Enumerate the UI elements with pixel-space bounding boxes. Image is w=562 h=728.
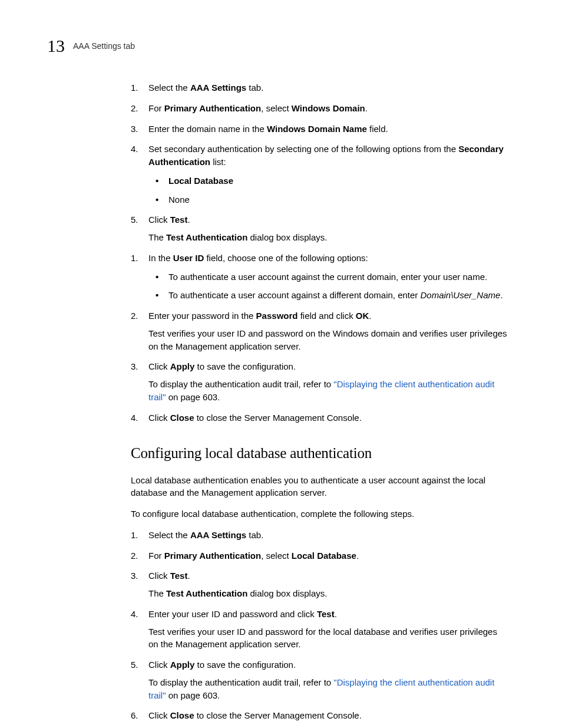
- page-content: 1. Select the AAA Settings tab. 2. For P…: [131, 81, 509, 728]
- step-number: 3.: [131, 360, 138, 373]
- step-number: 1.: [131, 529, 138, 542]
- step: 2. For Primary Authentication, select Lo…: [131, 549, 509, 562]
- bold-text: Windows Domain Name: [267, 124, 367, 134]
- text: to save the configuration.: [194, 361, 296, 371]
- bold-text: Primary Authentication: [164, 103, 261, 113]
- text: on page 603.: [166, 392, 220, 402]
- bullet-item: To authenticate a user account against a…: [148, 289, 509, 302]
- text: For: [148, 551, 164, 561]
- step-number: 4.: [131, 608, 138, 621]
- text: , select: [261, 551, 292, 561]
- text: In the: [148, 253, 173, 263]
- step: 2. For Primary Authentication, select Wi…: [131, 102, 509, 115]
- text: dialog box displays.: [247, 588, 327, 598]
- bold-text: Test: [170, 571, 188, 581]
- step: 4. Enter your user ID and password and c…: [131, 608, 509, 651]
- step: 3. Click Test. The Test Authentication d…: [131, 569, 509, 600]
- bold-text: Local Database: [168, 176, 233, 186]
- paragraph: Local database authentication enables yo…: [131, 474, 509, 500]
- step-number: 2.: [131, 549, 138, 562]
- bold-text: Windows Domain: [292, 103, 365, 113]
- text: To authenticate a user account against t…: [168, 272, 487, 282]
- text: tab.: [246, 530, 263, 540]
- running-title: AAA Settings tab: [73, 40, 135, 52]
- step-number: 5.: [131, 658, 138, 671]
- step: 3. Click Apply to save the configuration…: [131, 360, 509, 403]
- text: .: [365, 103, 368, 113]
- step-number: 5.: [131, 213, 138, 226]
- text: Enter the domain name in the: [148, 124, 267, 134]
- bullet-item: Local Database: [148, 174, 509, 187]
- text: Select the: [148, 83, 190, 93]
- step: 5. Click Test. The Test Authentication d…: [131, 213, 509, 244]
- section-heading: Configuring local database authenticatio…: [131, 443, 509, 464]
- text: on page 603.: [166, 690, 220, 700]
- bold-text: Apply: [170, 361, 195, 371]
- bold-text: Test Authentication: [166, 232, 247, 242]
- text: The: [148, 588, 166, 598]
- bullet-list: Local Database None: [148, 174, 509, 206]
- step-result: The Test Authentication dialog box displ…: [148, 231, 509, 244]
- text: The: [148, 232, 166, 242]
- step: 1. In the User ID field, choose one of t…: [131, 252, 509, 302]
- step-number: 1.: [131, 81, 138, 94]
- text: dialog box displays.: [247, 232, 327, 242]
- text: field.: [367, 124, 388, 134]
- text: Click: [148, 215, 170, 225]
- bold-text: Primary Authentication: [164, 551, 261, 561]
- step-number: 2.: [131, 309, 138, 322]
- step: 4. Click Close to close the Server Manag…: [131, 411, 509, 424]
- step-number: 3.: [131, 569, 138, 582]
- text: .: [500, 290, 503, 300]
- text: None: [168, 195, 190, 205]
- step-number: 1.: [131, 252, 138, 265]
- bullet-item: To authenticate a user account against t…: [148, 271, 509, 284]
- text: Click: [148, 660, 170, 670]
- step-number: 3.: [131, 123, 138, 136]
- text: .: [335, 609, 337, 619]
- bold-text: OK: [356, 311, 369, 321]
- bold-text: Close: [170, 413, 194, 423]
- bold-text: User ID: [173, 253, 204, 263]
- bold-text: AAA Settings: [190, 83, 246, 93]
- text: .: [369, 311, 371, 321]
- bold-text: Password: [256, 311, 298, 321]
- step: 1. Select the AAA Settings tab.: [131, 81, 509, 94]
- step-number: 2.: [131, 102, 138, 115]
- step: 6. Click Close to close the Server Manag…: [131, 709, 509, 722]
- text: Click: [148, 710, 170, 720]
- step: 4. Set secondary authentication by selec…: [131, 143, 509, 206]
- text: To display the authentication audit trai…: [148, 379, 333, 389]
- procedure-list-b: 1. In the User ID field, choose one of t…: [131, 252, 509, 424]
- step-result: To display the authentication audit trai…: [148, 378, 509, 404]
- text: Set secondary authentication by selectin…: [148, 144, 458, 154]
- text: field, choose one of the following optio…: [204, 253, 368, 263]
- step: 1. Select the AAA Settings tab.: [131, 529, 509, 542]
- bullet-item: None: [148, 193, 509, 206]
- text: .: [187, 215, 190, 225]
- bold-text: Apply: [170, 660, 195, 670]
- step: 5. Click Apply to save the configuration…: [131, 658, 509, 701]
- procedure-list-a: 1. Select the AAA Settings tab. 2. For P…: [131, 81, 509, 244]
- text: to close the Server Management Console.: [194, 413, 362, 423]
- text: .: [187, 571, 190, 581]
- text: Click: [148, 413, 170, 423]
- text: To display the authentication audit trai…: [148, 677, 333, 687]
- text: Click: [148, 571, 170, 581]
- bold-text: AAA Settings: [190, 530, 246, 540]
- step-result: Test verifies your user ID and password …: [148, 625, 509, 651]
- text: , select: [261, 103, 292, 113]
- text: to save the configuration.: [194, 660, 296, 670]
- step-result: The Test Authentication dialog box displ…: [148, 587, 509, 600]
- italic-text: Domain\User_Name: [421, 290, 501, 300]
- step: 2. Enter your password in the Password f…: [131, 309, 509, 353]
- text: Enter your password in the: [148, 311, 256, 321]
- bold-text: Close: [170, 710, 194, 720]
- text: Enter your user ID and password and clic…: [148, 609, 317, 619]
- bold-text: Test Authentication: [166, 588, 247, 598]
- step: 3. Enter the domain name in the Windows …: [131, 123, 509, 136]
- text: .: [356, 551, 359, 561]
- text: field and click: [297, 311, 355, 321]
- step-number: 6.: [131, 709, 138, 722]
- text: list:: [210, 157, 226, 167]
